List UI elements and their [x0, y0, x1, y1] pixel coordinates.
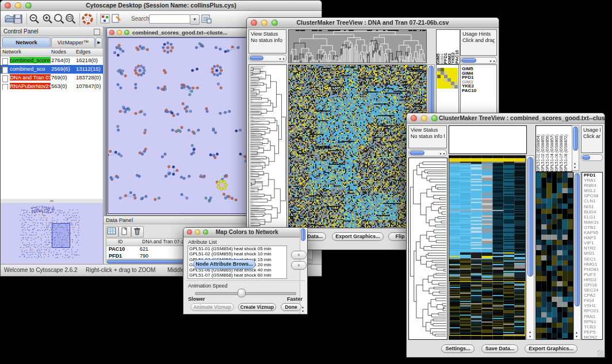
- close-icon[interactable]: [411, 115, 417, 121]
- col-network[interactable]: Network: [2, 49, 21, 55]
- gene-label[interactable]: KAP95: [582, 230, 602, 235]
- tv1-row-dendrogram[interactable]: [248, 64, 287, 228]
- tv2-heatmap-vscrollbar[interactable]: ▴ ▾: [526, 155, 534, 340]
- close-icon[interactable]: [109, 30, 114, 35]
- gene-label[interactable]: PAN1: [582, 314, 602, 319]
- help-lifering-icon[interactable]: [81, 13, 95, 25]
- network-table-row[interactable]: combined_sco 2569(6) 13112(15): [1, 65, 103, 74]
- gene-label[interactable]: GPI16: [582, 282, 602, 288]
- tab-network[interactable]: Network: [2, 37, 51, 47]
- overview-viewport-rect[interactable]: [52, 223, 70, 248]
- minimize-icon[interactable]: [15, 2, 21, 9]
- gene-label[interactable]: PUF3: [582, 272, 602, 277]
- scroll-up-icon[interactable]: ▴: [576, 331, 577, 334]
- search-config-button[interactable]: [200, 13, 214, 25]
- tv2-status-hscrollbar[interactable]: ◂ ▸: [408, 150, 447, 156]
- tv1-status-hscrollbar[interactable]: ◂ ▸: [248, 55, 286, 62]
- annotation-button[interactable]: [110, 13, 124, 25]
- gene-label[interactable]: YRA1: [582, 178, 602, 183]
- zoom-fit-button[interactable]: [64, 13, 78, 25]
- minimize-icon[interactable]: [421, 115, 427, 121]
- gene-label[interactable]: RNR4: [582, 183, 602, 188]
- animation-speed-slider[interactable]: [195, 292, 296, 295]
- tv2-hints-hscrollbar[interactable]: [581, 154, 603, 161]
- tab-vizmapper[interactable]: VizMapper™: [51, 37, 95, 47]
- animate-vizmap-button[interactable]: Animate Vizmap: [190, 303, 234, 311]
- scroll-down-icon[interactable]: ▾: [574, 166, 576, 169]
- gene-label[interactable]: FIG4: [582, 298, 602, 303]
- scrollbar-thumb[interactable]: [575, 173, 580, 306]
- scroll-left-icon[interactable]: ◂: [279, 57, 281, 60]
- gene-label[interactable]: RPN1: [582, 319, 602, 324]
- close-icon[interactable]: [5, 2, 11, 9]
- scroll-up-icon[interactable]: ▴: [302, 305, 304, 309]
- network-table-row[interactable]: DNA and Tran 07 769(0) 183728(0): [1, 74, 103, 82]
- gene-label[interactable]: SEC1: [582, 256, 602, 262]
- delete-attribute-trash-icon[interactable]: [131, 226, 144, 237]
- tv2-settings-button[interactable]: Settings...: [441, 344, 475, 353]
- scroll-down-icon[interactable]: ▾: [302, 309, 304, 313]
- gene-label[interactable]: PEP5: [582, 329, 602, 335]
- slider-thumb[interactable]: [238, 289, 246, 297]
- minimize-icon[interactable]: [117, 30, 122, 35]
- tv1-zoom-matrix[interactable]: [437, 68, 458, 89]
- gene-label[interactable]: NTR2: [582, 246, 602, 251]
- minimize-icon[interactable]: [195, 229, 200, 235]
- col-id[interactable]: ID: [118, 239, 123, 244]
- attribute-list-item[interactable]: GPL51-01 (GSM854) heat shock 05 min: [188, 246, 286, 251]
- gene-label[interactable]: GTB1: [582, 225, 602, 230]
- gene-label[interactable]: PHO81: [582, 267, 602, 272]
- network-name[interactable]: combined_sco: [10, 66, 51, 72]
- scroll-right-icon[interactable]: ▸: [443, 152, 445, 155]
- gene-label[interactable]: HAP3: [582, 235, 602, 240]
- condition-column-label[interactable]: GPL51-03 (GSM856): [545, 135, 550, 171]
- gene-label[interactable]: MAK31: [582, 220, 602, 225]
- scroll-left-icon[interactable]: ◂: [439, 152, 441, 155]
- col-edges[interactable]: Edges: [76, 49, 91, 55]
- frame1-titlebar[interactable]: combined_scores_good.txt--cluste...: [107, 28, 252, 37]
- tv2-export-graphics-button[interactable]: Export Graphics...: [525, 344, 577, 353]
- scrollbar-thumb[interactable]: [527, 157, 533, 277]
- gene-label[interactable]: MSI1: [582, 251, 602, 256]
- array-column-label[interactable]: PAC10: [456, 50, 460, 64]
- gene-label[interactable]: MON2: [582, 335, 602, 340]
- maximize-icon[interactable]: [124, 30, 129, 35]
- gene-label[interactable]: RPO21: [582, 308, 602, 313]
- maximize-icon[interactable]: [25, 2, 32, 9]
- gene-label[interactable]: PFD1: [582, 173, 602, 178]
- search-dropdown-button[interactable]: ▼: [190, 14, 200, 25]
- scroll-down-icon[interactable]: ▾: [529, 335, 531, 338]
- dialog-titlebar[interactable]: Map Colors to Network: [183, 228, 307, 237]
- gene-label[interactable]: SEC24: [582, 288, 602, 293]
- tv2-heatmap[interactable]: [449, 155, 526, 340]
- scroll-right-icon[interactable]: ▸: [283, 57, 285, 60]
- maximize-icon[interactable]: [203, 229, 208, 235]
- tab-overflow-arrow[interactable]: ▶: [95, 37, 102, 47]
- gene-label[interactable]: CLN1: [582, 198, 602, 204]
- gene-label[interactable]: SPC98: [582, 193, 602, 198]
- scroll-down-icon[interactable]: ▾: [576, 335, 577, 338]
- maximize-icon[interactable]: [271, 20, 278, 26]
- scroll-up-icon[interactable]: ▴: [574, 162, 576, 165]
- scroll-left-icon[interactable]: ◂: [489, 59, 491, 63]
- control-panel-splitter[interactable]: [1, 199, 103, 203]
- attribute-list-item[interactable]: GPL51-02 (GSM855) heat shock 10 min: [188, 251, 286, 256]
- tv2-titlebar[interactable]: ClusterMaker TreeView : combined_scores_…: [407, 113, 605, 124]
- tv1-hints-hscrollbar[interactable]: ◂ ▸: [460, 57, 497, 64]
- gene-label[interactable]: VIP1: [582, 240, 602, 246]
- gene-label[interactable]: BUD4: [582, 209, 602, 214]
- create-vizmap-button[interactable]: Create Vizmap: [238, 303, 276, 311]
- main-titlebar[interactable]: Cytoscape Desktop (Session Name: collins…: [1, 1, 322, 11]
- condition-column-label[interactable]: GPL51-02 (GSM855): [541, 135, 545, 171]
- done-button[interactable]: Done: [281, 303, 301, 311]
- tv1-export-graphics-button[interactable]: Export Graphics...: [332, 232, 384, 241]
- network-table-row[interactable]: combined_scores 2764(0) 16218(0): [1, 56, 103, 65]
- network-name[interactable]: RNAPuberNov2+: [10, 83, 51, 89]
- tv1-titlebar[interactable]: ClusterMaker TreeView : DNA and Tran 07-…: [247, 18, 499, 28]
- close-icon[interactable]: [187, 229, 192, 235]
- close-icon[interactable]: [251, 20, 257, 26]
- gene-label[interactable]: YSH1: [582, 303, 602, 308]
- attribute-select-icon[interactable]: [106, 226, 118, 237]
- zoom-out-button[interactable]: [28, 13, 42, 25]
- gene-label[interactable]: HRD3: [582, 277, 602, 282]
